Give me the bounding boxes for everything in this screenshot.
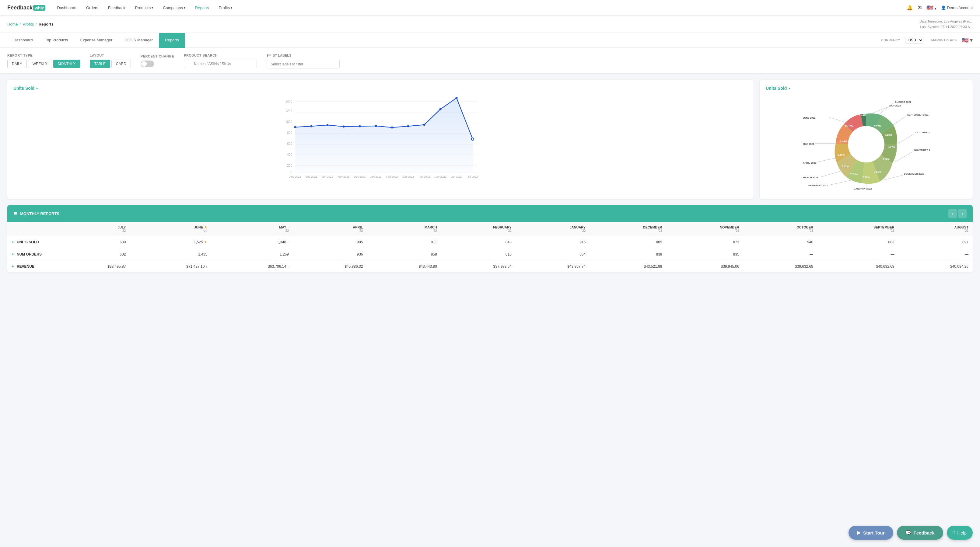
col-nov-21: NOVEMBER'21 [667,222,743,236]
svg-text:7.50%: 7.50% [883,157,890,161]
btn-weekly[interactable]: WEEKLY [28,60,52,68]
cell-units-sep: 883 [818,236,899,248]
bell-icon[interactable]: 🔔 [907,5,913,11]
tab-expense-manager[interactable]: Expense Manager [74,33,118,48]
flag-icon[interactable]: 🇺🇸 ▾ [926,5,936,11]
svg-text:11.58%: 11.58% [838,140,847,143]
cell-orders-nov: 835 [667,248,743,261]
donut-chart-dropdown-icon[interactable]: ▾ [789,87,790,90]
svg-text:MARCH 2022: MARCH 2022 [803,176,818,179]
expand-units-sold[interactable]: + [11,240,14,244]
svg-point-42 [848,126,885,162]
svg-point-17 [294,126,296,129]
user-account[interactable]: 👤 Demo Account [941,5,973,10]
nav-dashboard[interactable]: Dashboard [55,4,78,11]
breadcrumb-profits[interactable]: Profits [22,22,34,27]
label-icon: 🏷 [267,53,270,57]
svg-point-23 [391,127,393,129]
svg-point-24 [407,126,409,127]
breadcrumb-sep2: / [36,22,37,27]
cell-rev-jan: $43,867.74 [516,261,590,273]
nav-products[interactable]: Products ▾ [133,4,155,11]
cell-rev-june: $71,427.10 ↑ [130,261,212,273]
donut-chart-title: Units Sold ▾ [766,86,967,91]
svg-line-69 [830,180,851,185]
donut-svg: 7.70% 7.58% 8.07% 7.50% 7.60% 7.86% 7.24… [802,99,930,190]
timezone-text: Data Timezone: Los Angeles (Pac... [920,19,973,24]
btn-card[interactable]: CARD [111,60,131,68]
donut-chart-card: Units Sold ▾ [760,80,973,199]
table-title: MONTHLY REPORTS [20,211,59,216]
nav-orders[interactable]: Orders [84,4,100,11]
breadcrumb: Home / Profits / Reports [7,22,54,27]
report-type-buttons: DAILY WEEKLY MONTHLY [7,60,80,68]
btn-monthly[interactable]: MONTHLY [53,60,80,68]
svg-text:7.60%: 7.60% [874,170,882,173]
percent-change-filter: PERCENT CHANGE [141,54,174,67]
cell-rev-feb: $37,983.54 [441,261,516,273]
by-labels-input[interactable] [267,60,340,68]
tab-reports[interactable]: Reports [159,33,185,48]
col-oct-21: OCTOBER'21 [743,222,818,236]
svg-text:Apr 2022: Apr 2022 [419,175,430,178]
table-section: ☰ MONTHLY REPORTS ‹ › JULY'22 JUNE ★'22 … [7,205,973,273]
svg-text:AUGUST 2021: AUGUST 2021 [895,101,911,103]
cell-rev-july: $28,495.87 [56,261,130,273]
col-march-22: MARCH'22 [367,222,441,236]
table-icon: ☰ [13,211,17,216]
expand-num-orders[interactable]: + [11,252,14,256]
table-nav-next[interactable]: › [958,209,967,218]
cell-orders-aug: — [899,248,973,261]
btn-daily[interactable]: DAILY [7,60,27,68]
svg-text:JUNE 2022: JUNE 2022 [803,116,816,119]
navbar-right: 🔔 ✉ 🇺🇸 ▾ 👤 Demo Account [907,5,973,11]
percent-change-toggle[interactable] [141,60,154,67]
cell-orders-april: 936 [293,248,367,261]
synced-text: Last Synced: 07-14-2022 07:33 A... [920,24,973,30]
currency-label: CURRENCY [881,38,900,42]
svg-text:Feb 2022: Feb 2022 [386,175,398,178]
nav-reports[interactable]: Reports [193,4,211,11]
svg-text:200: 200 [287,164,292,167]
tab-cogs-manager[interactable]: COGS Manager [118,33,159,48]
svg-text:Jan 2022: Jan 2022 [370,175,381,178]
svg-line-59 [889,116,906,127]
cell-units-aug: 897 [899,236,973,248]
svg-text:7.86%: 7.86% [862,176,870,179]
currency-select[interactable]: USD [905,37,923,43]
mail-icon[interactable]: ✉ [918,5,921,11]
nav-feedback[interactable]: Feedback [106,4,127,11]
product-search-input[interactable] [184,60,257,68]
tab-dashboard[interactable]: Dashboard [7,33,39,48]
col-feb-22: FEBRUARY'22 [441,222,516,236]
col-july-22: JULY'22 [56,222,130,236]
btn-table[interactable]: TABLE [90,60,110,68]
table-row-units-sold: + UNITS SOLD 639 1,525 ★ 1,348 ↑ 985 911… [7,236,973,248]
nav-profits[interactable]: Profits ▾ [217,4,234,11]
svg-point-21 [359,126,361,127]
line-chart-dropdown-icon[interactable]: ▾ [36,87,38,90]
report-type-filter: REPORT TYPE DAILY WEEKLY MONTHLY [7,54,80,68]
donut-chart-title-text: Units Sold [766,86,787,91]
table-nav-prev[interactable]: ‹ [948,209,957,218]
svg-text:5.49%: 5.49% [859,114,867,117]
tabs-bar: Dashboard Top Products Expense Manager C… [0,33,980,48]
col-dec-21: DECEMBER'21 [590,222,666,236]
marketplace-flag[interactable]: 🇺🇸 ▾ [962,37,973,43]
svg-text:Nov 2021: Nov 2021 [338,175,350,178]
tab-top-products[interactable]: Top Products [39,33,74,48]
breadcrumb-home[interactable]: Home [7,22,18,27]
col-sep-21: SEPTEMBER'21 [818,222,899,236]
brand-name: Feedback [7,5,33,11]
filters-row: REPORT TYPE DAILY WEEKLY MONTHLY LAYOUT … [0,48,980,74]
svg-line-63 [895,151,913,162]
svg-text:Sep 2021: Sep 2021 [305,175,317,178]
svg-point-27 [456,97,458,99]
expand-revenue[interactable]: + [11,264,14,269]
line-chart-title: Units Sold ▾ [13,86,748,91]
table-row-revenue: + REVENUE $28,495.87 $71,427.10 ↑ $63,70… [7,261,973,273]
breadcrumb-bar: Home / Profits / Reports Data Timezone: … [0,16,980,33]
svg-marker-16 [295,98,473,172]
nav-campaigns[interactable]: Campaigns ▾ [161,4,187,11]
brand-logo[interactable]: Feedback whiz [7,5,45,11]
